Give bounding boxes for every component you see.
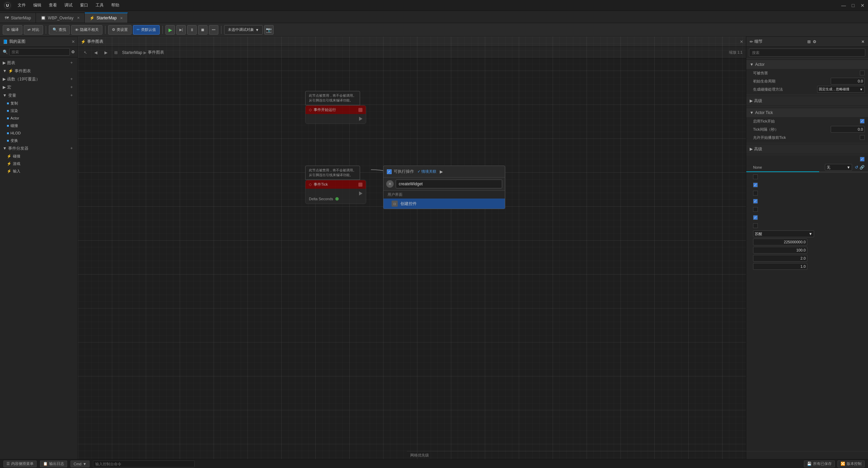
num-input-1[interactable] (753, 239, 807, 245)
section-header-graph[interactable]: ▶ 图表 + (0, 59, 78, 67)
link-icon[interactable]: 🔗 (860, 165, 865, 170)
rotate-icon[interactable]: ↺ (855, 165, 858, 170)
dispatcher-collision[interactable]: ⚡ 碰撞 (0, 152, 78, 160)
menu-help[interactable]: 帮助 (108, 1, 123, 10)
actor-section-header[interactable]: ▼ Actor (746, 60, 868, 69)
left-panel: 📘 我的蓝图 ✕ 🔍 ⚙ ▶ 图表 + ▼ ⚡ 事件图表 ▶ (0, 37, 78, 459)
node-event-tick[interactable]: ◇ 事件Tick Delta Seconds (305, 180, 366, 204)
left-search-input[interactable] (9, 48, 70, 56)
details-close-icon[interactable]: ✕ (861, 39, 865, 44)
defaults-button[interactable]: ✏ 类默认值 (133, 25, 160, 35)
popup-search-input[interactable] (396, 180, 502, 188)
canvas-area[interactable]: ⚡ 事件图表 ✕ ↖ ◀ ▶ ⊞ StarterMap ▶ 事件图表 缩放 1:… (78, 37, 746, 459)
minimize-button[interactable]: — (841, 3, 846, 8)
extra-checkbox-6[interactable]: ✓ (753, 199, 758, 204)
extra-checkbox-4[interactable]: ✓ (753, 183, 758, 187)
section-header-dispatchers[interactable]: ▼ 事件分发器 + (0, 144, 78, 152)
content-browser-button[interactable]: ☰ 内容侧滑菜单 (3, 461, 37, 467)
node-event-begin[interactable]: ◇ 事件开始运行 (305, 105, 366, 124)
extra-checkbox-9[interactable] (753, 223, 758, 228)
add-function-button[interactable]: + (68, 76, 75, 82)
section-header-macro[interactable]: ▶ 宏 + (0, 83, 78, 91)
close-button[interactable]: ✕ (860, 3, 865, 8)
menu-view[interactable]: 查看 (45, 1, 60, 10)
debug-target-button[interactable]: 未选中调试对象 ▼ (224, 25, 263, 35)
tick-interval-label: Tick间隔（秒） (753, 127, 829, 132)
menu-edit[interactable]: 编辑 (30, 1, 45, 10)
popup-search-container: ✕ (383, 177, 505, 191)
var-copy[interactable]: ■ 复制 (0, 99, 78, 107)
var-render[interactable]: ■ 渲染 (0, 107, 78, 114)
settings-icon[interactable]: ⚙ (71, 50, 75, 54)
tab-close-wbp[interactable]: ✕ (77, 16, 80, 20)
tick-interval-input[interactable] (831, 126, 865, 133)
damageable-checkbox[interactable] (860, 71, 865, 75)
find-button[interactable]: 🔍 查找 (49, 25, 70, 35)
extra-checkbox-7[interactable] (753, 207, 758, 212)
camera-button[interactable]: 📷 (264, 25, 274, 35)
menu-file[interactable]: 文件 (14, 1, 29, 10)
menu-window[interactable]: 窗口 (77, 1, 92, 10)
num-input-4[interactable] (753, 263, 807, 270)
var-transform[interactable]: ■ 变换 (0, 137, 78, 144)
cmd-button[interactable]: Cmd ▼ (71, 461, 90, 467)
section-header-event-graph[interactable]: ▼ ⚡ 事件图表 (0, 67, 78, 75)
output-log-button[interactable]: 📋 输出日志 (40, 461, 67, 467)
extra-checkbox-5[interactable] (753, 191, 758, 195)
diff-button[interactable]: ⇌ 对比 (24, 25, 43, 35)
more-button[interactable]: ••• (209, 25, 218, 35)
details-search-input[interactable] (749, 49, 865, 57)
tab-startermap1[interactable]: 🗺 StarterMap (0, 13, 36, 23)
compile-button[interactable]: ⚙ 编译 (3, 25, 22, 35)
num-input-3[interactable] (753, 255, 807, 262)
awake-dropdown[interactable]: 苏醒 ▼ (753, 230, 814, 237)
popup-checkbox[interactable]: ✓ (387, 169, 392, 174)
play-button[interactable]: ▶ (165, 25, 175, 35)
tab-close-startermap2[interactable]: ✕ (120, 16, 123, 20)
step-button[interactable]: ▶| (176, 25, 186, 35)
section-header-variables[interactable]: ▼ 变量 + (0, 91, 78, 99)
actor-tick-section-header[interactable]: ▼ Actor Tick (746, 108, 868, 117)
spawn-collision-dropdown[interactable]: 固定生成，忽略碰撞 ▼ (817, 86, 865, 93)
popup-item-create-widget[interactable]: □ 创建控件 (383, 199, 505, 209)
var-actor[interactable]: ■ Actor (0, 114, 78, 122)
menu-debug[interactable]: 调试 (61, 1, 76, 10)
add-macro-button[interactable]: + (68, 84, 75, 91)
details-settings-icon[interactable]: ⚙ (813, 39, 816, 44)
extra-checkbox-3[interactable] (753, 174, 758, 179)
add-dispatcher-button[interactable]: + (68, 145, 75, 152)
var-hlod[interactable]: ■ HLOD (0, 129, 78, 137)
add-variable-button[interactable]: + (68, 92, 75, 99)
version-control-button[interactable]: 🔀 版本控制 (837, 461, 865, 467)
hide-button[interactable]: 👁 隐藏不相关 (71, 25, 102, 35)
extra-checkbox-8[interactable]: ✓ (753, 215, 758, 220)
left-panel-close[interactable]: ✕ (72, 39, 75, 44)
dispatcher-game[interactable]: ⚡ 游戏 (0, 160, 78, 167)
num-input-2[interactable] (753, 247, 807, 254)
maximize-button[interactable]: □ (850, 3, 856, 8)
pause-button[interactable]: ⏸ (187, 25, 197, 35)
console-input[interactable] (93, 461, 195, 467)
actor-row-lifetime: 初始生命周期 (746, 77, 868, 85)
tab-startermap2[interactable]: ⚡ StarterMap ✕ (85, 13, 128, 23)
save-all-button[interactable]: 💾 所有已保存 (804, 461, 835, 467)
menu-tools[interactable]: 工具 (92, 1, 107, 10)
var-collision[interactable]: ■ 碰撞 (0, 122, 78, 129)
advanced-section-header-1[interactable]: ▶ 高级 (746, 96, 868, 105)
class-settings-button[interactable]: ⚙ 类设置 (108, 25, 132, 35)
allow-before-play-checkbox[interactable] (860, 135, 865, 140)
dispatcher-input[interactable]: ⚡ 输入 (0, 167, 78, 175)
tab-wbp-overlay[interactable]: 🔲 WBP_Overlay ✕ (36, 13, 84, 23)
extra-checkbox-1[interactable]: ✓ (860, 157, 865, 162)
stop-button[interactable]: ⏹ (198, 25, 208, 35)
add-graph-button[interactable]: + (68, 59, 75, 66)
start-tick-checkbox[interactable]: ✓ (860, 119, 865, 124)
section-header-functions[interactable]: ▶ 函数（19可覆盖） + (0, 75, 78, 83)
advanced-section-header-2[interactable]: ▶ 高级 (746, 145, 868, 153)
cmd-label: Cmd (74, 462, 81, 466)
popup-clear-button[interactable]: ✕ (386, 180, 394, 188)
lifetime-input[interactable] (831, 78, 865, 85)
none-dropdown[interactable]: 无 ▼ (825, 164, 852, 171)
details-grid-icon[interactable]: ⊞ (807, 39, 811, 44)
content-browser-icon: ☰ (6, 462, 10, 466)
